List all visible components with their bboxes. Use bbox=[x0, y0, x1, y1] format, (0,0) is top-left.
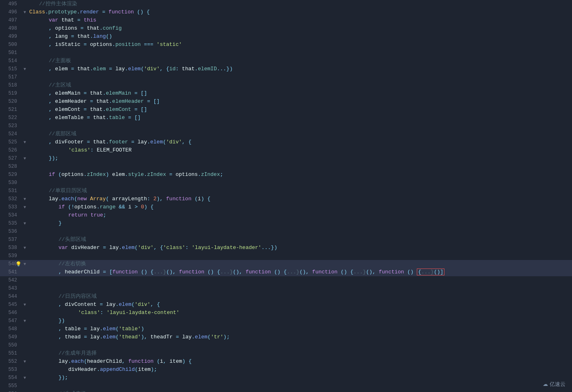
line-550: 550 bbox=[0, 341, 572, 349]
line-535: 535 ▼ } bbox=[0, 219, 572, 227]
line-537: 537 //头部区域 bbox=[0, 236, 572, 244]
line-527: 527 ▼ }); bbox=[0, 154, 572, 162]
line-522: 522 , elemTable = that.table = [] bbox=[0, 114, 572, 122]
line-552: 552 ▼ lay.each(headerChild, function (i,… bbox=[0, 357, 572, 366]
line-538: 538 ▼ var divHeader = lay.elem('div', {'… bbox=[0, 244, 572, 252]
line-528: 528 bbox=[0, 162, 572, 171]
watermark: ☁ 亿速云 bbox=[543, 380, 566, 388]
line-525: 525 ▼ , divFooter = that.footer = lay.el… bbox=[0, 138, 572, 146]
watermark-text: 亿速云 bbox=[550, 380, 566, 388]
line-554: 554 ▼ }); bbox=[0, 374, 572, 382]
watermark-icon: ☁ bbox=[543, 380, 548, 388]
line-523: 523 bbox=[0, 122, 572, 130]
line-501: 501 bbox=[0, 49, 572, 57]
line-549: 549 , thead = lay.elem('thead'), theadTr… bbox=[0, 333, 572, 341]
line-542: 542 bbox=[0, 276, 572, 284]
line-499: 499 , lang = that.lang() bbox=[0, 32, 572, 41]
line-495: 495 //控件主体渲染 bbox=[0, 0, 572, 8]
line-520: 520 , elemHeader = that.elemHeader = [] bbox=[0, 97, 572, 106]
line-514: 514 //主面板 bbox=[0, 57, 572, 65]
line-533: 533 ▼ if (!options.range && i > 0) { bbox=[0, 203, 572, 211]
line-536: 536 bbox=[0, 227, 572, 236]
line-498: 498 , options = that.config bbox=[0, 24, 572, 32]
line-529: 529 if (options.zIndex) elem.style.zInde… bbox=[0, 171, 572, 179]
line-532: 532 ▼ lay.each(new Array( arrayLength: 2… bbox=[0, 195, 572, 203]
line-500: 500 , isStatic = options.position === 's… bbox=[0, 41, 572, 49]
line-497: 497 var that = this bbox=[0, 16, 572, 24]
line-526: 526 'class': ELEM_FOOTER bbox=[0, 146, 572, 154]
line-541: 541 , headerChild = [function () {...}()… bbox=[0, 268, 572, 276]
line-517: 517 bbox=[0, 73, 572, 81]
line-544: 544 //日历内容区域 bbox=[0, 292, 572, 301]
line-540: 540 ▼ 💡 //左右切换 bbox=[0, 260, 572, 268]
line-551: 551 //生成年月选择 bbox=[0, 349, 572, 357]
line-530: 530 bbox=[0, 179, 572, 187]
line-545: 545 ▼ , divContent = lay.elem('div', { bbox=[0, 301, 572, 309]
line-534: 534 return true; bbox=[0, 211, 572, 219]
line-496: 496 ▼ Class.prototype.render = function … bbox=[0, 8, 572, 16]
line-515: 515 ▼ , elem = that.elem = lay.elem('div… bbox=[0, 65, 572, 73]
line-553: 553 divHeader.appendChild(item); bbox=[0, 366, 572, 374]
line-519: 519 , elemMain = that.elemMain = [] bbox=[0, 89, 572, 97]
line-539: 539 bbox=[0, 252, 572, 260]
line-521: 521 , elemCont = that.elemCont = [] bbox=[0, 106, 572, 114]
line-524: 524 //底部区域 bbox=[0, 130, 572, 138]
line-518: 518 //主区域 bbox=[0, 81, 572, 89]
line-556: 556 //生成表格 bbox=[0, 390, 572, 392]
code-editor: 495 //控件主体渲染 496 ▼ Class.prototype.rende… bbox=[0, 0, 572, 392]
line-555: 555 bbox=[0, 382, 572, 390]
line-548: 548 , table = lay.elem('table') bbox=[0, 325, 572, 333]
line-543: 543 bbox=[0, 284, 572, 292]
line-547: 547 ▼ }) bbox=[0, 317, 572, 325]
line-546: 546 'class': 'layui-laydate-content' bbox=[0, 309, 572, 317]
line-531: 531 //单双日历区域 bbox=[0, 187, 572, 195]
